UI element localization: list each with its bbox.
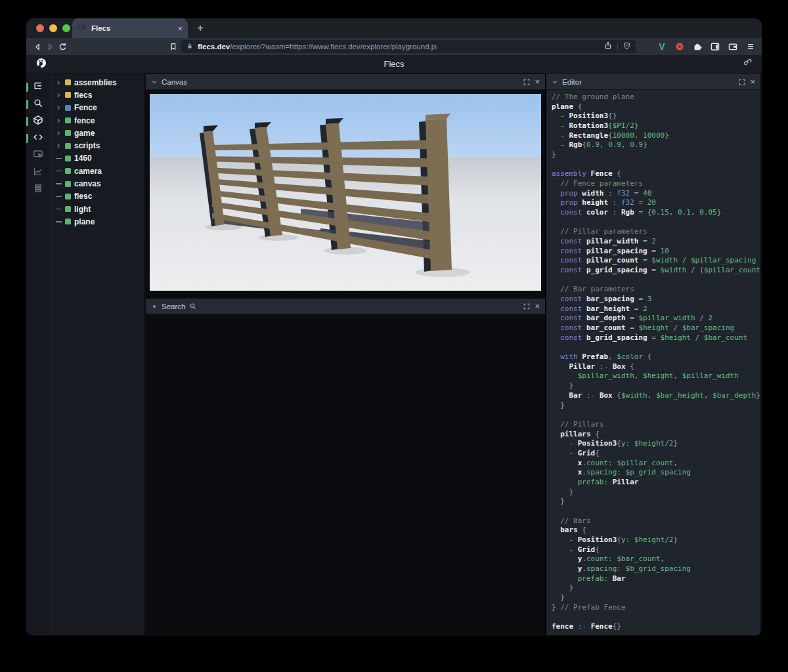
sidebar-icon[interactable] bbox=[709, 41, 721, 52]
rail-item-screen-share[interactable] bbox=[26, 147, 49, 164]
code-line: const pillar_count = $width / $pillar_sp… bbox=[552, 256, 760, 266]
tab-strip: Flecs × + bbox=[26, 18, 762, 38]
brave-shield-icon[interactable] bbox=[623, 41, 631, 52]
collapsed-dot-icon[interactable] bbox=[153, 305, 156, 308]
zoom-window-button[interactable] bbox=[62, 24, 70, 32]
tree-item-Fence[interactable]: Fence bbox=[49, 102, 144, 114]
entity-color-square bbox=[65, 206, 71, 212]
code-line: const pillar_spacing = 10 bbox=[552, 247, 760, 257]
url-path: /explorer/?wasm=https://www.flecs.dev/ex… bbox=[230, 43, 437, 51]
rail-item-stack[interactable] bbox=[26, 181, 49, 198]
expand-chevron-icon[interactable] bbox=[55, 93, 62, 98]
red-extension-icon[interactable] bbox=[674, 41, 686, 52]
canvas-panel-title: Canvas bbox=[162, 78, 187, 86]
leaf-dash-icon bbox=[55, 158, 62, 159]
tree-item-light[interactable]: light bbox=[49, 203, 144, 215]
tree-item-flecs[interactable]: flecs bbox=[49, 89, 144, 101]
url-domain: flecs.dev bbox=[198, 43, 230, 51]
expand-chevron-icon[interactable] bbox=[55, 80, 62, 85]
code-line: pillars { bbox=[552, 430, 760, 440]
rail-item-chart[interactable] bbox=[26, 164, 49, 181]
url-bar[interactable]: flecs.dev/explorer/?wasm=https://www.fle… bbox=[181, 40, 636, 53]
code-line: } bbox=[552, 381, 760, 391]
new-tab-button[interactable]: + bbox=[197, 22, 204, 35]
rail-item-cube[interactable] bbox=[26, 113, 49, 130]
code-line: const p_grid_spacing = $width / ($pillar… bbox=[552, 266, 760, 276]
search-icon bbox=[189, 303, 196, 310]
tree-item-label: game bbox=[74, 129, 95, 138]
tree-item-camera[interactable]: camera bbox=[49, 165, 144, 177]
vimium-v-icon[interactable]: V bbox=[656, 41, 668, 52]
menu-icon[interactable] bbox=[745, 41, 756, 52]
search-panel-title: Search bbox=[162, 303, 185, 310]
expand-chevron-icon[interactable] bbox=[55, 105, 62, 110]
code-line: const bar_count = $height / $bar_spacing bbox=[552, 324, 760, 333]
expand-chevron-icon[interactable] bbox=[55, 118, 62, 123]
expand-chevron-icon[interactable] bbox=[55, 131, 62, 136]
divider: | bbox=[617, 42, 619, 51]
tree-item-label: scripts bbox=[74, 141, 100, 150]
entity-color-square bbox=[65, 117, 71, 123]
tree-item-game[interactable]: game bbox=[49, 127, 144, 139]
canvas-panel-header: Canvas × bbox=[146, 74, 545, 90]
rail-item-outliner[interactable] bbox=[26, 79, 49, 96]
active-indicator bbox=[26, 134, 28, 143]
search-panel: Search × bbox=[146, 299, 545, 635]
code-line: y.count: $bar_count, bbox=[552, 555, 760, 564]
back-icon[interactable] bbox=[33, 41, 43, 52]
editor-panel: Editor × // The ground planeplane { - Po… bbox=[545, 74, 760, 635]
search-icon bbox=[33, 98, 43, 111]
reload-icon[interactable] bbox=[58, 41, 68, 52]
code-line: - Rotation3{$PI/2} bbox=[552, 121, 760, 131]
search-results-area bbox=[146, 314, 545, 635]
share-icon[interactable] bbox=[603, 41, 613, 52]
code-line: x.spacing: $p_grid_spacing bbox=[552, 468, 760, 478]
tree-item-scripts[interactable]: scripts bbox=[49, 139, 144, 152]
collapse-chevron-icon[interactable] bbox=[151, 79, 158, 85]
search-panel-header: Search × bbox=[146, 299, 545, 314]
canvas-3d-view[interactable] bbox=[146, 90, 545, 295]
tree-item-flesc[interactable]: flesc bbox=[49, 190, 144, 203]
browser-tab[interactable]: Flecs × bbox=[72, 18, 188, 38]
editor-panel-header: Editor × bbox=[546, 74, 760, 90]
tree-item-canvas[interactable]: canvas bbox=[49, 177, 144, 190]
close-panel-icon[interactable]: × bbox=[750, 77, 755, 87]
forward-icon[interactable] bbox=[45, 41, 55, 52]
tree-item-label: 1460 bbox=[74, 154, 92, 163]
collapse-chevron-icon[interactable] bbox=[552, 79, 558, 85]
code-line: // Fence parameters bbox=[552, 179, 760, 189]
close-panel-icon[interactable]: × bbox=[535, 301, 540, 311]
fullscreen-icon[interactable] bbox=[738, 78, 746, 86]
rail-item-search[interactable] bbox=[26, 96, 49, 113]
code-line bbox=[552, 343, 760, 352]
code-line: x.count: $pillar_count, bbox=[552, 459, 760, 469]
tree-item-assemblies[interactable]: assemblies bbox=[49, 76, 144, 89]
rail-item-code[interactable] bbox=[26, 130, 49, 147]
code-line: prefab: Bar bbox=[552, 574, 760, 584]
flecs-favicon-icon bbox=[77, 22, 87, 34]
wallet-icon[interactable] bbox=[727, 41, 739, 52]
code-line bbox=[552, 612, 760, 622]
code-line: } bbox=[552, 593, 760, 603]
tree-item-plane[interactable]: plane bbox=[49, 215, 144, 228]
code-line: const bar_spacing = 3 bbox=[552, 295, 760, 304]
minimize-window-button[interactable] bbox=[49, 24, 57, 32]
leaf-dash-icon bbox=[55, 171, 62, 172]
code-editor[interactable]: // The ground planeplane { - Position3{}… bbox=[546, 90, 760, 635]
code-line: - Position3{y: $height/2} bbox=[552, 536, 760, 545]
close-panel-icon[interactable]: × bbox=[535, 77, 540, 87]
tab-close-icon[interactable]: × bbox=[177, 24, 183, 33]
expand-chevron-icon[interactable] bbox=[55, 143, 62, 148]
code-line bbox=[552, 160, 760, 170]
tab-title: Flecs bbox=[91, 24, 173, 32]
tree-item-fence[interactable]: fence bbox=[49, 114, 144, 127]
close-window-button[interactable] bbox=[36, 24, 44, 32]
tree-item-1460[interactable]: 1460 bbox=[49, 152, 144, 165]
bookmark-icon[interactable] bbox=[169, 41, 178, 52]
url-text: flecs.dev/explorer/?wasm=https://www.fle… bbox=[198, 43, 600, 51]
fullscreen-icon[interactable] bbox=[523, 78, 531, 86]
puzzle-icon[interactable] bbox=[691, 41, 703, 52]
code-line: Bar :- Box {$width, $bar_height, $bar_de… bbox=[552, 391, 760, 401]
fullscreen-icon[interactable] bbox=[523, 303, 531, 310]
fence-render bbox=[150, 94, 541, 291]
